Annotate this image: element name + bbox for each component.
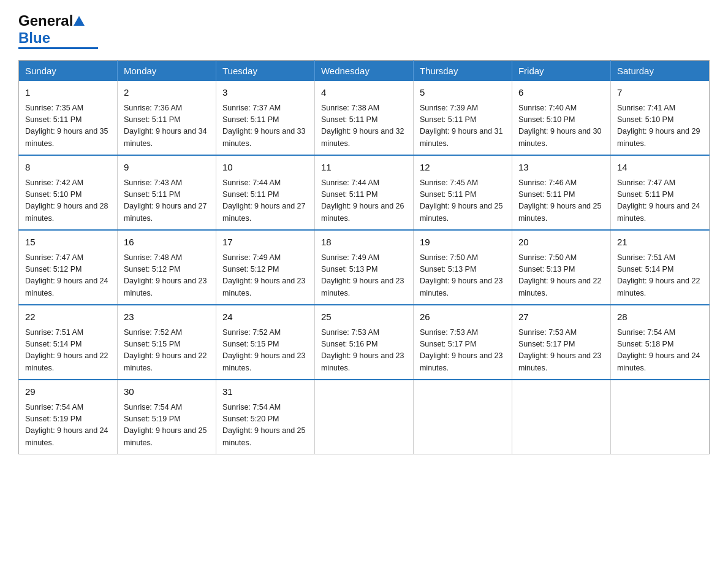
calendar-cell: 2 Sunrise: 7:36 AMSunset: 5:11 PMDayligh… bbox=[117, 81, 216, 155]
calendar-cell: 22 Sunrise: 7:51 AMSunset: 5:14 PMDaylig… bbox=[19, 305, 118, 380]
logo: General Blue bbox=[18, 12, 98, 49]
day-number: 25 bbox=[321, 310, 407, 324]
day-info: Sunrise: 7:44 AMSunset: 5:11 PMDaylight:… bbox=[321, 177, 407, 225]
calendar-cell: 14 Sunrise: 7:47 AMSunset: 5:11 PMDaylig… bbox=[610, 155, 709, 230]
day-number: 22 bbox=[25, 310, 111, 324]
header-monday: Monday bbox=[117, 61, 216, 82]
day-info: Sunrise: 7:39 AMSunset: 5:11 PMDaylight:… bbox=[420, 102, 506, 150]
day-number: 23 bbox=[124, 310, 210, 324]
day-number: 15 bbox=[25, 236, 111, 250]
logo-flag-icon bbox=[74, 16, 85, 26]
calendar-cell bbox=[512, 380, 610, 454]
calendar-cell: 27 Sunrise: 7:53 AMSunset: 5:17 PMDaylig… bbox=[512, 305, 610, 380]
calendar-cell: 18 Sunrise: 7:49 AMSunset: 5:13 PMDaylig… bbox=[314, 230, 413, 305]
day-number: 12 bbox=[420, 161, 506, 175]
day-number: 7 bbox=[617, 86, 703, 100]
header-sunday: Sunday bbox=[19, 61, 118, 82]
day-info: Sunrise: 7:48 AMSunset: 5:12 PMDaylight:… bbox=[124, 252, 210, 300]
day-number: 16 bbox=[124, 236, 210, 250]
day-info: Sunrise: 7:54 AMSunset: 5:18 PMDaylight:… bbox=[617, 327, 703, 375]
day-info: Sunrise: 7:40 AMSunset: 5:10 PMDaylight:… bbox=[518, 102, 604, 150]
calendar-cell: 8 Sunrise: 7:42 AMSunset: 5:10 PMDayligh… bbox=[19, 155, 118, 230]
calendar-week-row: 1 Sunrise: 7:35 AMSunset: 5:11 PMDayligh… bbox=[19, 81, 710, 155]
day-number: 29 bbox=[25, 385, 111, 399]
header-saturday: Saturday bbox=[610, 61, 709, 82]
day-number: 17 bbox=[222, 236, 308, 250]
day-number: 8 bbox=[25, 161, 111, 175]
calendar-cell: 15 Sunrise: 7:47 AMSunset: 5:12 PMDaylig… bbox=[19, 230, 118, 305]
calendar-cell: 3 Sunrise: 7:37 AMSunset: 5:11 PMDayligh… bbox=[216, 81, 314, 155]
day-info: Sunrise: 7:53 AMSunset: 5:17 PMDaylight:… bbox=[420, 327, 506, 375]
calendar-cell: 24 Sunrise: 7:52 AMSunset: 5:15 PMDaylig… bbox=[216, 305, 314, 380]
day-number: 30 bbox=[124, 385, 210, 399]
calendar-cell: 19 Sunrise: 7:50 AMSunset: 5:13 PMDaylig… bbox=[413, 230, 512, 305]
day-number: 28 bbox=[617, 310, 703, 324]
day-number: 24 bbox=[222, 310, 308, 324]
day-info: Sunrise: 7:50 AMSunset: 5:13 PMDaylight:… bbox=[518, 252, 604, 300]
calendar-cell: 29 Sunrise: 7:54 AMSunset: 5:19 PMDaylig… bbox=[19, 380, 118, 454]
day-info: Sunrise: 7:49 AMSunset: 5:12 PMDaylight:… bbox=[222, 252, 308, 300]
day-info: Sunrise: 7:46 AMSunset: 5:11 PMDaylight:… bbox=[518, 177, 604, 225]
day-info: Sunrise: 7:52 AMSunset: 5:15 PMDaylight:… bbox=[222, 327, 308, 375]
calendar-table: SundayMondayTuesdayWednesdayThursdayFrid… bbox=[18, 60, 710, 454]
day-info: Sunrise: 7:35 AMSunset: 5:11 PMDaylight:… bbox=[25, 102, 111, 150]
day-number: 1 bbox=[25, 86, 111, 100]
calendar-cell bbox=[314, 380, 413, 454]
day-number: 9 bbox=[124, 161, 210, 175]
day-number: 26 bbox=[420, 310, 506, 324]
day-number: 11 bbox=[321, 161, 407, 175]
calendar-cell: 11 Sunrise: 7:44 AMSunset: 5:11 PMDaylig… bbox=[314, 155, 413, 230]
calendar-cell: 23 Sunrise: 7:52 AMSunset: 5:15 PMDaylig… bbox=[117, 305, 216, 380]
day-number: 10 bbox=[222, 161, 308, 175]
header-tuesday: Tuesday bbox=[216, 61, 314, 82]
day-number: 21 bbox=[617, 236, 703, 250]
day-info: Sunrise: 7:54 AMSunset: 5:20 PMDaylight:… bbox=[222, 402, 308, 450]
day-info: Sunrise: 7:54 AMSunset: 5:19 PMDaylight:… bbox=[25, 402, 111, 450]
calendar-cell: 9 Sunrise: 7:43 AMSunset: 5:11 PMDayligh… bbox=[117, 155, 216, 230]
calendar-cell: 25 Sunrise: 7:53 AMSunset: 5:16 PMDaylig… bbox=[314, 305, 413, 380]
calendar-cell: 28 Sunrise: 7:54 AMSunset: 5:18 PMDaylig… bbox=[610, 305, 709, 380]
calendar-header-row: SundayMondayTuesdayWednesdayThursdayFrid… bbox=[19, 61, 710, 82]
calendar-cell: 16 Sunrise: 7:48 AMSunset: 5:12 PMDaylig… bbox=[117, 230, 216, 305]
calendar-cell: 12 Sunrise: 7:45 AMSunset: 5:11 PMDaylig… bbox=[413, 155, 512, 230]
day-info: Sunrise: 7:45 AMSunset: 5:11 PMDaylight:… bbox=[420, 177, 506, 225]
calendar-cell bbox=[413, 380, 512, 454]
day-info: Sunrise: 7:38 AMSunset: 5:11 PMDaylight:… bbox=[321, 102, 407, 150]
day-number: 20 bbox=[518, 236, 604, 250]
day-info: Sunrise: 7:42 AMSunset: 5:10 PMDaylight:… bbox=[25, 177, 111, 225]
day-number: 2 bbox=[124, 86, 210, 100]
logo-underline bbox=[18, 47, 98, 49]
day-info: Sunrise: 7:49 AMSunset: 5:13 PMDaylight:… bbox=[321, 252, 407, 300]
day-info: Sunrise: 7:44 AMSunset: 5:11 PMDaylight:… bbox=[222, 177, 308, 225]
day-info: Sunrise: 7:54 AMSunset: 5:19 PMDaylight:… bbox=[124, 402, 210, 450]
day-info: Sunrise: 7:53 AMSunset: 5:16 PMDaylight:… bbox=[321, 327, 407, 375]
calendar-cell: 7 Sunrise: 7:41 AMSunset: 5:10 PMDayligh… bbox=[610, 81, 709, 155]
calendar-cell: 26 Sunrise: 7:53 AMSunset: 5:17 PMDaylig… bbox=[413, 305, 512, 380]
calendar-cell bbox=[610, 380, 709, 454]
page-header: General Blue bbox=[18, 12, 710, 49]
day-info: Sunrise: 7:37 AMSunset: 5:11 PMDaylight:… bbox=[222, 102, 308, 150]
header-thursday: Thursday bbox=[413, 61, 512, 82]
day-number: 18 bbox=[321, 236, 407, 250]
logo-blue-text: Blue bbox=[18, 29, 50, 46]
day-number: 19 bbox=[420, 236, 506, 250]
day-number: 14 bbox=[617, 161, 703, 175]
calendar-cell: 30 Sunrise: 7:54 AMSunset: 5:19 PMDaylig… bbox=[117, 380, 216, 454]
day-number: 31 bbox=[222, 385, 308, 399]
calendar-cell: 6 Sunrise: 7:40 AMSunset: 5:10 PMDayligh… bbox=[512, 81, 610, 155]
day-number: 13 bbox=[518, 161, 604, 175]
header-wednesday: Wednesday bbox=[314, 61, 413, 82]
day-info: Sunrise: 7:36 AMSunset: 5:11 PMDaylight:… bbox=[124, 102, 210, 150]
day-info: Sunrise: 7:51 AMSunset: 5:14 PMDaylight:… bbox=[617, 252, 703, 300]
header-friday: Friday bbox=[512, 61, 610, 82]
calendar-cell: 5 Sunrise: 7:39 AMSunset: 5:11 PMDayligh… bbox=[413, 81, 512, 155]
day-number: 6 bbox=[518, 86, 604, 100]
day-number: 3 bbox=[222, 86, 308, 100]
calendar-week-row: 8 Sunrise: 7:42 AMSunset: 5:10 PMDayligh… bbox=[19, 155, 710, 230]
calendar-cell: 4 Sunrise: 7:38 AMSunset: 5:11 PMDayligh… bbox=[314, 81, 413, 155]
calendar-cell: 17 Sunrise: 7:49 AMSunset: 5:12 PMDaylig… bbox=[216, 230, 314, 305]
day-info: Sunrise: 7:51 AMSunset: 5:14 PMDaylight:… bbox=[25, 327, 111, 375]
calendar-cell: 10 Sunrise: 7:44 AMSunset: 5:11 PMDaylig… bbox=[216, 155, 314, 230]
calendar-week-row: 15 Sunrise: 7:47 AMSunset: 5:12 PMDaylig… bbox=[19, 230, 710, 305]
day-info: Sunrise: 7:52 AMSunset: 5:15 PMDaylight:… bbox=[124, 327, 210, 375]
